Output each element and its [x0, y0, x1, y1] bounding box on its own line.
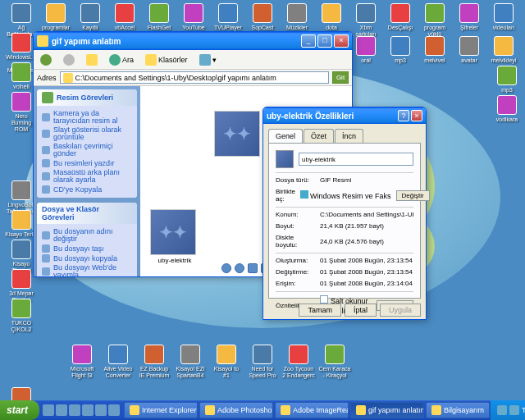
desktop-icon[interactable]: Xbm şarkıları: [349, 3, 382, 38]
forward-button[interactable]: [60, 52, 78, 67]
app-icon: [11, 269, 31, 289]
file-type-icon: [276, 150, 294, 168]
language-indicator[interactable]: TR: [522, 406, 525, 414]
desktop-icon[interactable]: Kisayol to #1: [210, 345, 243, 379]
desktop-icon[interactable]: melvivel: [418, 36, 451, 64]
icon-label: Alive Video Converter: [102, 366, 135, 379]
desktop-icon[interactable]: videoları: [487, 3, 520, 31]
tab-summary[interactable]: Özet: [304, 129, 334, 143]
ql-icon[interactable]: [95, 404, 107, 416]
search-button[interactable]: Ara: [106, 52, 137, 67]
panel-header[interactable]: Dosya ve Klasör Görevleri: [37, 203, 137, 224]
address-input[interactable]: C:\Documents and Settings\1-Uby\Desktop\…: [60, 71, 329, 84]
desktop-icon[interactable]: mp3: [384, 36, 417, 64]
taskbar-item[interactable]: Bilgisayarım: [426, 402, 490, 418]
task-link[interactable]: Masaüstü arka planı olarak ayarla: [42, 168, 132, 185]
desktop-icon[interactable]: mp3: [491, 66, 523, 94]
desktop-icon[interactable]: dota: [315, 3, 348, 31]
desktop-icon[interactable]: Microsoft Flight Si: [66, 345, 98, 379]
taskbar-item[interactable]: Adobe Photoshop: [199, 402, 273, 418]
change-button[interactable]: Değiştir: [396, 190, 430, 201]
prev-button[interactable]: [221, 263, 231, 273]
app-icon: [46, 3, 66, 23]
ok-button[interactable]: Tamam: [299, 304, 341, 317]
task-link[interactable]: Bu dosyayı taşı: [42, 244, 132, 253]
desktop-icon[interactable]: EZ Backup IE Premium: [138, 345, 171, 379]
tray-icon[interactable]: [497, 405, 507, 415]
task-icon: [42, 159, 50, 167]
desktop-icon[interactable]: avatar: [453, 36, 486, 64]
address-bar: Adres C:\Documents and Settings\1-Uby\De…: [34, 70, 352, 86]
rotate-ccw-button[interactable]: [248, 263, 258, 273]
up-button[interactable]: [83, 52, 101, 67]
desktop-icon[interactable]: Kisayol EZi SpartanB4: [174, 345, 207, 379]
desktop-icon[interactable]: Alive Video Converter: [102, 345, 135, 379]
tab-general[interactable]: Genel: [268, 129, 303, 143]
file-item[interactable]: ✦✦ uby-elektrik: [150, 209, 199, 264]
task-link[interactable]: Baskıları çevrimiçi gönder: [42, 142, 132, 158]
panel-header[interactable]: Resim Görevleri: [37, 89, 137, 106]
task-link[interactable]: Kamera ya da tarayıcıdan resim al: [42, 109, 132, 126]
desktop-icon[interactable]: oral: [349, 36, 382, 64]
filename-input[interactable]: [299, 153, 413, 166]
desktop-icon[interactable]: FlashGet: [143, 3, 176, 31]
desktop-icon[interactable]: Zoo Tycoon 2 Endangerc: [282, 345, 315, 379]
ql-icon[interactable]: [108, 404, 120, 416]
task-link[interactable]: Bu resimleri yazdır: [42, 158, 132, 168]
go-button[interactable]: Git: [332, 71, 349, 84]
desktop-icon[interactable]: TVUPlayer: [212, 3, 244, 31]
desktop-icon[interactable]: programlar: [39, 3, 72, 31]
properties-titlebar[interactable]: uby-elektrik Özellikleri ? ×: [263, 107, 426, 124]
dialog-title: uby-elektrik Özellikleri: [267, 112, 398, 121]
close-button[interactable]: ×: [334, 34, 349, 48]
readonly-checkbox[interactable]: [320, 295, 328, 304]
task-link[interactable]: Bu dosyayı kopyala: [42, 253, 132, 263]
explorer-titlebar[interactable]: gif yapımı anlatım _ □ ×: [34, 32, 352, 50]
explorer-toolbar: Ara Klasörler ▾: [34, 50, 352, 70]
taskbar-item[interactable]: Internet Explorer alt kul...: [124, 402, 198, 418]
icon-label: FlashGet: [143, 25, 176, 31]
folders-button[interactable]: Klasörler: [142, 52, 191, 67]
cancel-button[interactable]: İptal: [345, 304, 377, 317]
close-button[interactable]: ×: [411, 110, 422, 121]
views-button[interactable]: ▾: [196, 52, 220, 67]
value: 01 Şubat 2008 Bugün, 23:13:54: [320, 268, 413, 276]
ql-icon[interactable]: [69, 404, 80, 416]
desktop-icon[interactable]: DesÇalışı: [384, 3, 417, 31]
app-icon: [72, 345, 92, 364]
maximize-button[interactable]: □: [317, 34, 332, 48]
desktop-icon[interactable]: Cem Karaca - Kiraçyol: [318, 345, 351, 379]
tray-icon[interactable]: [509, 405, 519, 415]
back-button[interactable]: [37, 52, 55, 67]
desktop-icon[interactable]: vbAccel: [108, 3, 141, 31]
next-button[interactable]: [235, 263, 244, 273]
task-icon: [42, 244, 50, 253]
taskbar-item[interactable]: gif yapımı anlatım: [350, 402, 424, 418]
ql-icon[interactable]: [82, 404, 94, 416]
start-button[interactable]: start: [0, 400, 39, 420]
task-link[interactable]: CD'ye Kopyala: [42, 185, 132, 194]
app-icon: [180, 345, 200, 364]
task-link[interactable]: Bu dosyanın adını değiştir: [42, 227, 132, 244]
task-link[interactable]: Slayt gösterisi olarak görüntüle: [42, 126, 132, 142]
desktop-icon[interactable]: vodikara: [491, 95, 523, 123]
desktop-icon[interactable]: melvildeyi: [487, 36, 520, 64]
apply-button[interactable]: Uygula: [380, 304, 421, 317]
system-tray[interactable]: TR 23:14: [491, 400, 525, 420]
app-icon: [325, 345, 345, 364]
ql-icon[interactable]: [56, 404, 67, 416]
task-link[interactable]: Bu dosyayı Web'de yayımla: [42, 263, 132, 276]
help-button[interactable]: ?: [398, 110, 409, 121]
desktop-icon[interactable]: program yüklü: [418, 3, 451, 38]
desktop-icon[interactable]: SopCast: [246, 3, 279, 31]
ql-icon[interactable]: [43, 404, 54, 416]
app-icon: [217, 345, 236, 364]
desktop-icon[interactable]: Need for Speed Pro: [246, 345, 279, 379]
icon-label: mp3: [491, 87, 523, 94]
minimize-button[interactable]: _: [301, 34, 316, 48]
desktop-icon[interactable]: TUKCO ÇIKOL2: [5, 299, 38, 333]
taskbar-item[interactable]: Adobe ImageReady: [275, 402, 349, 418]
desktop-icon[interactable]: Şifreler: [453, 3, 486, 31]
value: 01 Şubat 2008 Bugün, 23:13:54: [320, 257, 413, 264]
tab-icon[interactable]: İncn: [335, 129, 363, 143]
